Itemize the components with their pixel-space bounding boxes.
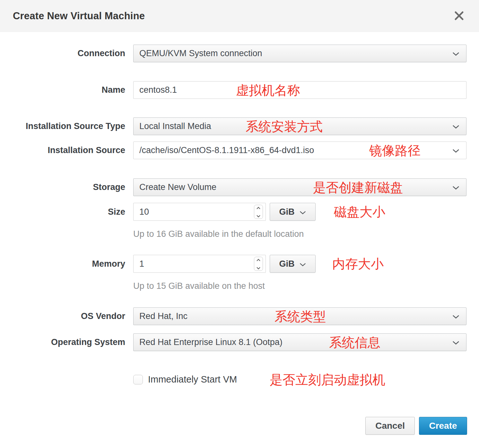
stepper-up-icon [256,257,261,263]
operating-system-label: Operating System [0,337,125,347]
row-os-vendor: OS Vendor Red Hat, Inc 系统类型 [0,307,479,325]
memory-stepper[interactable] [254,257,263,271]
row-operating-system: Operating System Red Hat Enterprise Linu… [0,333,479,351]
size-unit-select[interactable]: GiB [270,203,316,221]
connection-select-value: QEMU/KVM System connection [139,48,448,58]
size-helper-text: Up to 16 GiB available in the default lo… [133,229,304,239]
close-button[interactable] [451,8,467,24]
source-label: Installation Source [0,145,125,155]
memory-helper-text: Up to 15 GiB available on the host [133,281,265,291]
chevron-down-icon [452,182,460,192]
source-type-select[interactable]: Local Install Media [133,117,466,135]
size-annotation: 磁盘大小 [334,205,385,218]
row-source: Installation Source /cache/iso/CentOS-8.… [0,142,479,159]
memory-helper-row: Up to 15 GiB available on the host [0,281,479,291]
row-memory: Memory GiB 内存大小 [0,255,479,273]
row-start-vm: Immediately Start VM 是否立刻启动虚拟机 [0,374,479,385]
source-type-label: Installation Source Type [0,121,125,131]
chevron-down-icon [452,311,460,321]
operating-system-select[interactable]: Red Hat Enterprise Linux 8.1 (Ootpa) [133,333,466,351]
size-input[interactable] [133,203,266,221]
name-label: Name [0,85,125,95]
close-icon [453,10,465,23]
dialog-header: Create New Virtual Machine [0,0,479,32]
storage-select[interactable]: Create New Volume [133,178,466,196]
row-size: Size GiB 磁盘大小 [0,203,479,221]
memory-unit-select[interactable]: GiB [270,255,316,273]
chevron-down-icon [452,337,460,347]
os-vendor-select[interactable]: Red Hat, Inc [133,307,466,325]
source-type-select-value: Local Install Media [139,121,448,131]
stepper-down-icon [256,265,261,271]
dialog-footer: Cancel Create [0,417,479,435]
dialog-title: Create New Virtual Machine [13,10,145,22]
storage-label: Storage [0,182,125,192]
size-unit-value: GiB [279,207,294,217]
size-helper-row: Up to 16 GiB available in the default lo… [0,229,479,239]
chevron-down-icon [452,121,460,131]
row-source-type: Installation Source Type Local Install M… [0,117,479,135]
connection-label: Connection [0,48,125,58]
stepper-down-icon [256,213,261,219]
start-vm-label: Immediately Start VM [148,374,237,385]
chevron-down-icon [299,207,306,217]
size-label: Size [0,207,125,217]
os-vendor-label: OS Vendor [0,311,125,321]
name-input[interactable] [133,81,466,99]
source-combobox-value: /cache/iso/CentOS-8.1.1911-x86_64-dvd1.i… [139,145,448,155]
memory-unit-value: GiB [279,259,294,269]
row-connection: Connection QEMU/KVM System connection [0,45,479,62]
memory-annotation: 内存大小 [332,257,384,270]
size-stepper[interactable] [254,205,263,219]
source-combobox[interactable]: /cache/iso/CentOS-8.1.1911-x86_64-dvd1.i… [133,142,466,159]
create-button[interactable]: Create [419,417,467,435]
stepper-up-icon [256,205,261,211]
os-vendor-select-value: Red Hat, Inc [139,311,448,321]
connection-select[interactable]: QEMU/KVM System connection [133,45,466,62]
storage-select-value: Create New Volume [139,182,448,192]
memory-label: Memory [0,259,125,269]
chevron-down-icon [299,259,306,269]
row-name: Name 虚拟机名称 [0,81,479,99]
chevron-down-icon [452,145,460,155]
memory-input[interactable] [133,255,266,273]
operating-system-select-value: Red Hat Enterprise Linux 8.1 (Ootpa) [139,337,448,347]
start-vm-checkbox[interactable] [133,375,143,384]
cancel-button[interactable]: Cancel [365,417,415,435]
dialog-body: Connection QEMU/KVM System connection Na… [0,32,479,435]
start-vm-annotation: 是否立刻启动虚拟机 [270,373,385,386]
chevron-down-icon [452,48,460,58]
row-storage: Storage Create New Volume 是否创建新磁盘 [0,178,479,196]
